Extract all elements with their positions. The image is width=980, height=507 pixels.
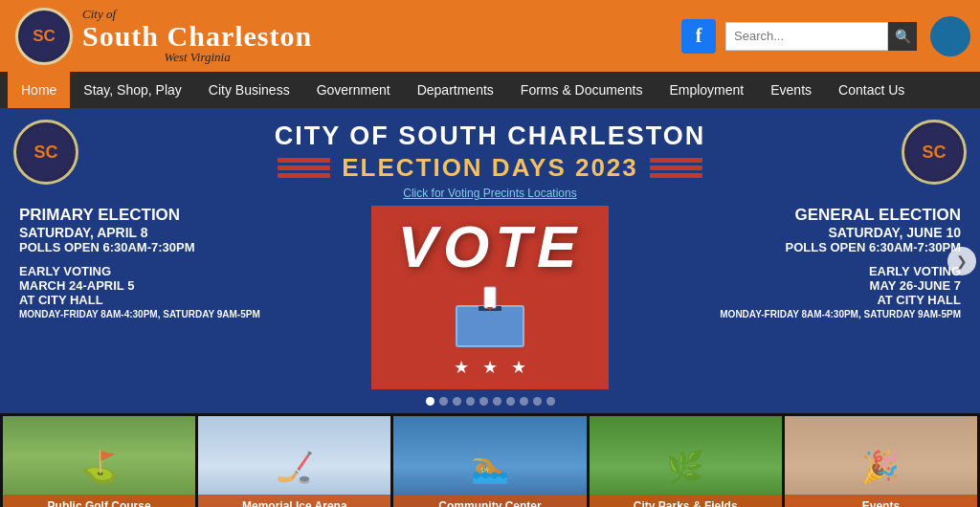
logo-text: City of South Charleston West Virginia: [82, 8, 312, 65]
emblem-left: SC: [13, 120, 78, 185]
left-deco: [278, 158, 330, 178]
nav-item-employment[interactable]: Employment: [656, 72, 757, 108]
star-2: ★: [482, 357, 498, 378]
general-date: SATURDAY, JUNE 10: [688, 225, 961, 240]
general-heading: GENERAL ELECTION: [688, 206, 961, 225]
star-3: ★: [511, 357, 526, 378]
right-deco: [650, 158, 702, 178]
dot-6[interactable]: [493, 397, 501, 406]
card-ice-overlay: Memorial Ice Arena: [198, 495, 390, 507]
dot-4[interactable]: [466, 397, 475, 406]
card-events-visual: 🎉: [861, 449, 900, 485]
avatar: [930, 16, 970, 56]
general-hours: MONDAY-FRIDAY 8AM-4:30PM, SATURDAY 9AM-5…: [688, 309, 961, 320]
nav-item-business[interactable]: City Business: [195, 72, 303, 108]
primary-polls: POLLS OPEN 6:30AM-7:30PM: [19, 240, 292, 254]
primary-heading: PRIMARY ELECTION: [19, 206, 292, 225]
nav-item-contact[interactable]: Contact Us: [825, 72, 918, 108]
next-arrow[interactable]: ❯: [947, 247, 976, 276]
primary-location: AT CITY HALL: [19, 293, 292, 307]
nav-item-home[interactable]: Home: [8, 72, 70, 108]
search-box: 🔍: [725, 22, 917, 51]
search-icon: 🔍: [895, 29, 911, 44]
card-pool-overlay: Community Center: [393, 495, 586, 507]
dot-9[interactable]: [533, 397, 542, 406]
election-line-row: ELECTION DAYS 2023: [0, 153, 980, 183]
emblem-right: SC: [902, 120, 967, 185]
dot-1[interactable]: [426, 397, 434, 406]
cards-section: ⛳ Public Golf Course 🏒 Memorial Ice Aren…: [0, 413, 980, 507]
general-polls: POLLS OPEN 6:30AM-7:30PM: [688, 240, 961, 254]
dot-8[interactable]: [520, 397, 528, 406]
vote-stars: ★ ★ ★: [454, 357, 526, 378]
slider-dots: [426, 397, 555, 406]
vote-center: VOTE ★ ★ ★: [292, 206, 688, 406]
main-nav: Home Stay, Shop, Play City Business Gove…: [0, 72, 980, 108]
primary-early-heading: EARLY VOTING: [19, 264, 292, 278]
card-parks-overlay: City Parks & Fields: [590, 495, 782, 507]
primary-early-dates: MARCH 24-APRIL 5: [19, 278, 292, 293]
banner-main: PRIMARY ELECTION SATURDAY, APRIL 8 POLLS…: [0, 206, 980, 406]
card-golf-overlay: Public Golf Course: [3, 495, 195, 507]
card-events-overlay: Events: [785, 495, 977, 507]
card-pool[interactable]: 🏊 Community Center: [393, 416, 586, 507]
dot-7[interactable]: [506, 397, 515, 406]
city-line: CITY OF SOUTH CHARLESTON: [0, 121, 980, 151]
card-pool-visual: 🏊: [471, 449, 509, 485]
election-banner: SC SC CITY OF SOUTH CHARLESTON ELECTION …: [0, 108, 980, 413]
election-line: ELECTION DAYS 2023: [342, 153, 638, 183]
nav-item-stay[interactable]: Stay, Shop, Play: [70, 72, 194, 108]
general-election-info: GENERAL ELECTION SATURDAY, JUNE 10 POLLS…: [688, 206, 961, 320]
dot-10[interactable]: [546, 397, 555, 406]
banner-title-area: CITY OF SOUTH CHARLESTON ELECTION DAYS 2…: [0, 108, 980, 202]
card-parks[interactable]: 🌿 City Parks & Fields: [590, 416, 782, 507]
star-1: ★: [454, 357, 469, 378]
primary-hours: MONDAY-FRIDAY 8AM-4:30PM, SATURDAY 9AM-5…: [19, 309, 292, 320]
dot-2[interactable]: [439, 397, 448, 406]
card-parks-visual: 🌿: [666, 449, 704, 485]
dot-3[interactable]: [453, 397, 461, 406]
city-name: South Charleston: [82, 22, 312, 51]
logo-area: SC City of South Charleston West Virgini…: [15, 8, 312, 65]
search-input[interactable]: [725, 22, 888, 51]
site-header: SC City of South Charleston West Virgini…: [0, 0, 980, 72]
voting-locations-link[interactable]: Click for Voting Precints Locations: [0, 187, 980, 200]
general-early-dates: MAY 26-JUNE 7: [688, 278, 961, 293]
vote-red-block: VOTE ★ ★ ★: [371, 206, 609, 389]
card-ice-visual: 🏒: [276, 449, 314, 485]
general-location: AT CITY HALL: [688, 293, 961, 307]
header-right: f 🔍: [681, 19, 917, 54]
nav-item-events[interactable]: Events: [757, 72, 825, 108]
card-golf-visual: ⛳: [80, 449, 119, 485]
svg-rect-2: [484, 287, 496, 308]
dot-5[interactable]: [479, 397, 488, 406]
nav-item-forms[interactable]: Forms & Documents: [507, 72, 657, 108]
card-golf[interactable]: ⛳ Public Golf Course: [3, 416, 195, 507]
card-ice[interactable]: 🏒 Memorial Ice Arena: [198, 416, 390, 507]
ballot-box-icon: [452, 282, 528, 349]
facebook-icon[interactable]: f: [681, 19, 716, 54]
search-button[interactable]: 🔍: [888, 22, 917, 51]
logo-circle: SC: [15, 8, 73, 65]
vote-word: VOTE: [398, 217, 583, 276]
state-label: West Virginia: [82, 51, 312, 65]
card-events[interactable]: 🎉 Events: [785, 416, 977, 507]
nav-item-departments[interactable]: Departments: [404, 72, 507, 108]
primary-date: SATURDAY, APRIL 8: [19, 225, 292, 240]
nav-item-government[interactable]: Government: [303, 72, 404, 108]
svg-rect-0: [457, 306, 523, 346]
general-early-heading: EARLY VOTING: [688, 264, 961, 278]
primary-election-info: PRIMARY ELECTION SATURDAY, APRIL 8 POLLS…: [19, 206, 292, 320]
